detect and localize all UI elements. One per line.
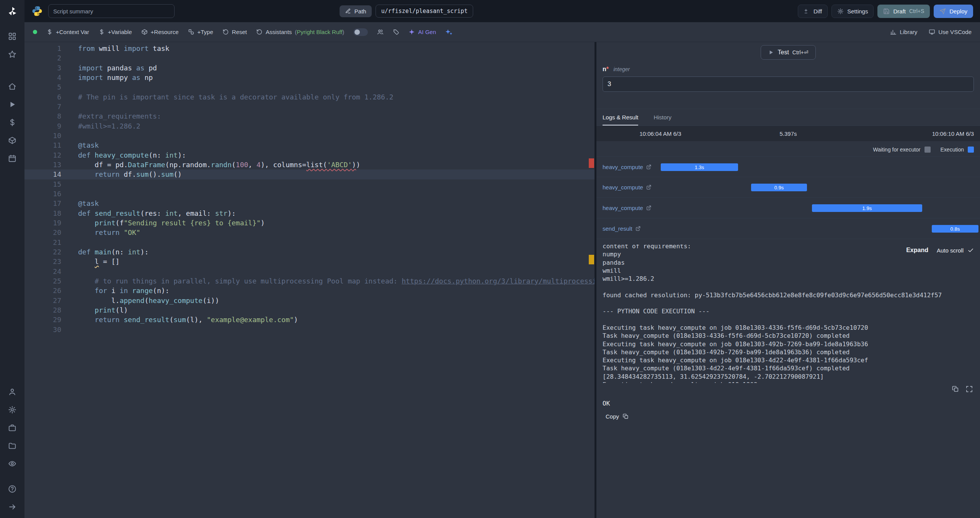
deploy-button[interactable]: Deploy [934,5,973,18]
copy-logs-icon[interactable] [952,385,959,393]
code-line[interactable]: 16 [24,189,595,199]
code-line[interactable]: 19 print(f"Sending result {res} to {emai… [24,218,595,228]
assistants-toggle[interactable] [353,28,368,36]
code-line[interactable]: 8#extra_requirements: [24,111,595,121]
resources-icon[interactable] [8,136,16,145]
schedules-icon[interactable] [8,154,16,163]
test-button[interactable]: Test Ctrl+⏎ [761,45,815,60]
apps-icon[interactable] [8,32,16,41]
duration-bar[interactable]: 0.8s [932,225,978,233]
path-button[interactable]: Path [340,5,372,17]
code-line[interactable]: 29 return send_result(sum(l), "example@e… [24,315,595,324]
code-line[interactable]: 9#wmill>=1.286.2 [24,121,595,131]
copy-result-button[interactable]: Copy [603,411,632,422]
ai-gen-button[interactable]: AI Gen [408,29,436,35]
home-icon[interactable] [8,82,16,91]
sparkles-icon[interactable] [445,28,452,36]
code-line[interactable]: 3import pandas as pd [24,63,595,73]
tab-history[interactable]: History [653,109,671,125]
windmill-logo-icon[interactable] [7,6,18,17]
gantt-row: heavy_compute1.3s [596,156,980,177]
use-vscode-button[interactable]: Use VSCode [929,29,972,35]
duration-bar[interactable]: 0.9s [751,184,807,191]
autoscroll-toggle[interactable]: Auto scroll [937,247,974,254]
duration-bar[interactable]: 1.9s [812,204,922,212]
reset-button[interactable]: Reset [222,29,247,35]
line-number: 21 [24,238,61,247]
tag-button[interactable] [393,29,399,35]
path-control: Path u/rfiszel/pleasant_script [340,5,474,18]
expand-logs-button[interactable]: Expand [906,247,928,254]
code-line[interactable]: 15 [24,179,595,189]
code-line[interactable]: 17@task [24,199,595,208]
favorites-icon[interactable] [8,50,16,59]
user-icon[interactable] [8,388,16,396]
code-line[interactable]: 1from wmill import task [24,44,595,53]
logs-viewer[interactable]: Expand Auto scroll content of requiremen… [596,244,980,383]
duration-bar[interactable]: 1.3s [661,163,738,171]
expand-sidebar-icon[interactable] [8,503,16,511]
job-link[interactable]: heavy_compute [603,184,652,191]
arg-n-input[interactable] [603,77,974,92]
code-line[interactable]: 4import numpy as np [24,73,595,82]
legend-waiting: Waiting for executor [873,147,931,153]
audit-logs-icon[interactable] [8,459,16,468]
arg-label: n* integer [603,66,974,74]
diff-icon [804,8,810,15]
code-line[interactable]: 25 # to run things in parallel, simply u… [24,276,595,286]
line-number: 17 [24,199,61,208]
workers-icon[interactable] [8,424,16,432]
runs-icon[interactable] [8,100,16,109]
code-line[interactable]: 20 return "OK" [24,228,595,237]
code-line[interactable]: 23 l = [] [24,257,595,266]
code-line[interactable]: 22def main(n: int): [24,247,595,257]
dollar-icon [98,29,105,35]
code-line[interactable]: 26 for i in range(n): [24,286,595,295]
code-line[interactable]: 24 [24,267,595,276]
diff-button[interactable]: Diff [798,5,828,18]
tab-logs-result[interactable]: Logs & Result [603,109,638,125]
variables-icon[interactable] [8,118,16,127]
code-line[interactable]: 12def heavy_compute(n: int): [24,150,595,160]
job-link[interactable]: heavy_compute [603,164,652,170]
sidebar-group-admin [8,388,16,468]
add-type-button[interactable]: +Type [188,29,213,35]
path-value[interactable]: u/rfiszel/pleasant_script [376,5,474,18]
draft-button[interactable]: Draft Ctrl+S [877,5,930,18]
code-line[interactable]: 21 [24,238,595,247]
fullscreen-icon[interactable] [965,385,973,393]
code-line[interactable]: 10 [24,131,595,140]
add-variable-button[interactable]: +Variable [98,29,132,35]
line-number: 2 [24,53,61,63]
settings-icon[interactable] [8,406,16,414]
code-line[interactable]: 27 l.append(heavy_compute(i)) [24,296,595,305]
add-resource-button[interactable]: +Resource [141,29,179,35]
code-line[interactable]: 30 [24,325,595,334]
settings-button[interactable]: Settings [831,5,874,18]
code-line[interactable]: 13 df = pd.DataFrame(np.random.randn(100… [24,160,595,169]
code-line[interactable]: 14 return df.sum().sum() [24,169,595,179]
job-link[interactable]: send_result [603,225,641,232]
code-line[interactable]: 18def send_result(res: int, email: str): [24,209,595,218]
script-summary-input[interactable] [48,4,175,18]
line-number: 1 [24,44,61,53]
job-link[interactable]: heavy_compute [603,205,652,211]
code-line[interactable]: 28 print(l) [24,305,595,315]
assistants-button[interactable]: Assistants (Pyright Black Ruff) [256,29,344,35]
code-editor[interactable]: 1from wmill import task23import pandas a… [24,42,595,518]
code-line[interactable]: 11@task [24,140,595,150]
folders-icon[interactable] [8,441,16,450]
code-line[interactable]: 5 [24,82,595,92]
pyright-status: Pyright [297,29,315,35]
code-line[interactable]: 6# The pin is important since task is a … [24,92,595,102]
line-number: 23 [24,257,61,266]
collaborators-button[interactable] [377,29,384,35]
line-number: 29 [24,315,61,324]
library-button[interactable]: Library [890,29,917,35]
add-context-var-button[interactable]: +Context Var [46,29,89,35]
code-line[interactable]: 2 [24,53,595,63]
ruff-status: Ruff [332,29,342,35]
code-line[interactable]: 7 [24,102,595,111]
help-icon[interactable] [8,485,16,493]
rotate-icon [222,29,229,35]
